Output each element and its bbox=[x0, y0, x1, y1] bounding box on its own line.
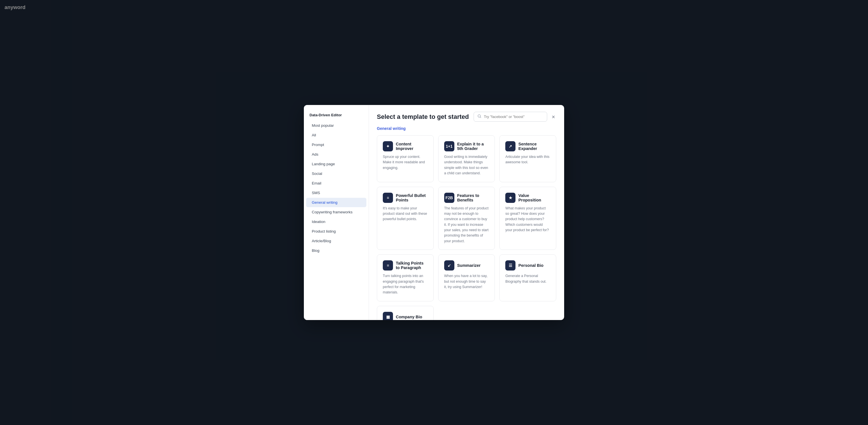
template-grid: ✦ Content Improver Spruce up your conten… bbox=[377, 135, 556, 320]
template-content: General writing ✦ Content Improver Spruc… bbox=[369, 126, 564, 320]
card-title-content-improver: Content Improver bbox=[396, 142, 428, 151]
card-header: ≡ Powerful Bullet Points bbox=[383, 193, 428, 203]
card-icon-explain-5th-grader: 1+1 bbox=[444, 141, 454, 151]
card-title-explain-5th-grader: Explain it to a 5th Grader bbox=[457, 142, 489, 151]
card-description-sentence-expander: Articulate your idea with this awesome t… bbox=[505, 154, 550, 165]
card-description-talking-points: Turn talking points into an engaging par… bbox=[383, 273, 428, 295]
card-title-personal-bio: Personal Bio bbox=[518, 263, 544, 268]
sidebar-item-social[interactable]: Social bbox=[306, 169, 366, 178]
template-card-value-proposition[interactable]: ★ Value Proposition What makes your prod… bbox=[499, 187, 556, 250]
sidebar-item-copywriting-frameworks[interactable]: Copywriting frameworks bbox=[306, 207, 366, 217]
card-header: ★ Value Proposition bbox=[505, 193, 550, 203]
card-header: ↗ Sentence Expander bbox=[505, 141, 550, 151]
template-card-talking-points[interactable]: ≡ Talking Points to Paragraph Turn talki… bbox=[377, 254, 434, 301]
search-container bbox=[474, 112, 547, 122]
card-title-company-bio: Company Bio bbox=[396, 315, 422, 319]
sidebar-item-blog[interactable]: Blog bbox=[306, 246, 366, 255]
modal-title: Select a template to get started bbox=[377, 113, 469, 121]
sidebar-item-email[interactable]: Email bbox=[306, 179, 366, 188]
sidebar-item-article-blog[interactable]: Article/Blog bbox=[306, 236, 366, 246]
card-description-value-proposition: What makes your product so great? How do… bbox=[505, 206, 550, 233]
sidebar-item-prompt[interactable]: Prompt bbox=[306, 140, 366, 149]
card-icon-summarizer: ↙ bbox=[444, 260, 454, 271]
card-description-content-improver: Spruce up your content. Make it more rea… bbox=[383, 154, 428, 171]
card-description-features-to-benefits: The features of your product may not be … bbox=[444, 206, 489, 244]
card-icon-features-to-benefits: F2B bbox=[444, 193, 454, 203]
template-card-company-bio[interactable]: ▦ Company Bio Generate an "about us" sec… bbox=[377, 306, 434, 320]
sidebar-nav: Most popularAllPromptAdsLanding pageSoci… bbox=[304, 121, 369, 255]
template-card-personal-bio[interactable]: ☰ Personal Bio Generate a Personal Biogr… bbox=[499, 254, 556, 301]
sidebar-item-product-listing[interactable]: Product listing bbox=[306, 226, 366, 236]
svg-line-1 bbox=[480, 117, 481, 118]
card-header: ☰ Personal Bio bbox=[505, 260, 550, 271]
card-icon-content-improver: ✦ bbox=[383, 141, 393, 151]
card-title-summarizer: Summarizer bbox=[457, 263, 481, 268]
card-description-powerful-bullet-points: It's easy to make your product stand out… bbox=[383, 206, 428, 222]
card-title-features-to-benefits: Features to Benefits bbox=[457, 193, 489, 202]
card-icon-value-proposition: ★ bbox=[505, 193, 516, 203]
card-icon-powerful-bullet-points: ≡ bbox=[383, 193, 393, 203]
card-icon-sentence-expander: ↗ bbox=[505, 141, 516, 151]
card-icon-personal-bio: ☰ bbox=[505, 260, 516, 271]
card-description-personal-bio: Generate a Personal Biography that stand… bbox=[505, 273, 550, 284]
search-icon bbox=[477, 114, 482, 119]
card-description-summarizer: When you have a lot to say, but not enou… bbox=[444, 273, 489, 290]
modal-header: Select a template to get started × bbox=[369, 105, 564, 126]
card-title-talking-points: Talking Points to Paragraph bbox=[396, 261, 428, 270]
card-header: 1+1 Explain it to a 5th Grader bbox=[444, 141, 489, 151]
card-header: ✦ Content Improver bbox=[383, 141, 428, 151]
search-input[interactable] bbox=[484, 115, 544, 119]
sidebar-item-landing-page[interactable]: Landing page bbox=[306, 159, 366, 169]
template-card-features-to-benefits[interactable]: F2B Features to Benefits The features of… bbox=[438, 187, 495, 250]
sidebar-item-ads[interactable]: Ads bbox=[306, 150, 366, 159]
template-card-powerful-bullet-points[interactable]: ≡ Powerful Bullet Points It's easy to ma… bbox=[377, 187, 434, 250]
card-header: ▦ Company Bio bbox=[383, 312, 428, 320]
card-icon-talking-points: ≡ bbox=[383, 260, 393, 271]
template-card-sentence-expander[interactable]: ↗ Sentence Expander Articulate your idea… bbox=[499, 135, 556, 182]
sidebar-item-all[interactable]: All bbox=[306, 130, 366, 140]
card-icon-company-bio: ▦ bbox=[383, 312, 393, 320]
card-title-sentence-expander: Sentence Expander bbox=[518, 142, 550, 151]
card-title-value-proposition: Value Proposition bbox=[518, 193, 550, 202]
sidebar-item-general-writing[interactable]: General writing bbox=[306, 198, 366, 207]
sidebar-item-sms[interactable]: SMS bbox=[306, 188, 366, 198]
sidebar-item-most-popular[interactable]: Most popular bbox=[306, 121, 366, 130]
header-right: × bbox=[474, 112, 556, 122]
sidebar-section-title: Data-Driven Editor bbox=[304, 113, 369, 121]
card-header: ≡ Talking Points to Paragraph bbox=[383, 260, 428, 271]
template-card-explain-5th-grader[interactable]: 1+1 Explain it to a 5th Grader Good writ… bbox=[438, 135, 495, 182]
section-heading: General writing bbox=[377, 126, 556, 131]
card-title-powerful-bullet-points: Powerful Bullet Points bbox=[396, 193, 428, 202]
sidebar-item-ideation[interactable]: Ideation bbox=[306, 217, 366, 226]
card-description-explain-5th-grader: Good writing is immediately understood. … bbox=[444, 154, 489, 176]
card-header: ↙ Summarizer bbox=[444, 260, 489, 271]
template-card-content-improver[interactable]: ✦ Content Improver Spruce up your conten… bbox=[377, 135, 434, 182]
close-button[interactable]: × bbox=[551, 114, 556, 120]
modal-main: Select a template to get started × Gener… bbox=[369, 105, 564, 320]
template-sidebar: Data-Driven Editor Most popularAllPrompt… bbox=[304, 105, 369, 320]
template-card-summarizer[interactable]: ↙ Summarizer When you have a lot to say,… bbox=[438, 254, 495, 301]
card-header: F2B Features to Benefits bbox=[444, 193, 489, 203]
template-modal: Data-Driven Editor Most popularAllPrompt… bbox=[304, 105, 564, 320]
